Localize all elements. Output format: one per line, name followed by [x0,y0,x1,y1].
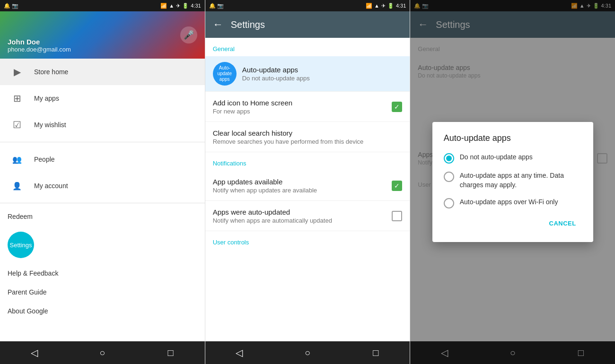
settings-bubble[interactable]: Settings [8,232,34,258]
nav-divider-2 [0,203,205,203]
auto-updated-title: Apps were auto-updated [213,208,388,216]
dialog-cancel-button[interactable]: CANCEL [544,216,582,231]
radio-outer-selected[interactable] [444,153,454,164]
back-button-1[interactable]: ◁ [20,341,48,364]
nav-item-my-apps[interactable]: ⊞ My apps [0,85,205,112]
status-bar-left-2: 🔔 📷 [209,3,224,9]
my-wishlist-icon: ☑ [8,119,26,130]
app-updates-subtitle: Notify when app updates are available [213,187,388,194]
settings-panel: 🔔 📷 📶 ▲ ✈ 🔋 4:31 ← Settings General Auto… [205,0,410,364]
status-bar-2: 🔔 📷 📶 ▲ ✈ 🔋 4:31 [205,0,410,11]
auto-update-dialog: Auto-update apps Do not auto-update apps… [432,122,593,242]
nav-item-help-feedback[interactable]: Help & Feedback [0,264,205,283]
add-icon-title: Add icon to Home screen [213,99,388,107]
settings-item-clear-history[interactable]: Clear local search history Remove search… [205,122,410,152]
status-bar-1: 🔔 📷 📶 ▲ ✈ 🔋 4:31 [0,0,205,11]
wifi-icon-2: ▲ [374,3,379,9]
nav-item-parent-guide[interactable]: Parent Guide [0,283,205,302]
add-icon-control[interactable]: ✓ [392,102,402,112]
nav-item-about-google[interactable]: About Google [0,302,205,321]
status-bar-right-2: 📶 ▲ ✈ 🔋 4:31 [366,3,406,9]
dialog-title: Auto-update apps [444,133,582,143]
navigation-drawer: 🔔 📷 📶 ▲ ✈ 🔋 4:31 🎤 John Doe phone.doe@gm… [0,0,205,364]
recents-button-2[interactable]: □ [361,341,390,364]
auto-update-title: Auto-update apps [242,66,403,74]
checkbox-app-updates[interactable]: ✓ [392,181,402,191]
home-button-2[interactable]: ○ [293,341,322,364]
clear-history-content: Clear local search history Remove search… [213,129,403,145]
settings-title: Settings [231,19,265,30]
user-controls-section-header: User controls [205,231,410,250]
time-display-1: 4:31 [191,3,201,9]
my-apps-icon: ⊞ [8,93,26,104]
nav-item-redeem[interactable]: Redeem [0,207,205,226]
settings-content: General Auto-updateapps Auto-update apps… [205,38,410,341]
active-circle: Auto-updateapps [213,62,237,86]
people-icon: 👥 [8,155,26,164]
recents-button-1[interactable]: □ [157,341,185,364]
nav-divider-1 [0,142,205,142]
drawer-nav: ▶ Store home ⊞ My apps ☑ My wishlist 👥 P… [0,59,205,341]
back-arrow[interactable]: ← [213,18,223,31]
battery-icon-2: 🔋 [387,3,394,9]
airplane-icon-2: ✈ [381,3,386,9]
notification-icons-2: 🔔 📷 [209,3,224,9]
clear-history-title: Clear local search history [213,129,403,137]
auto-update-subtitle: Do not auto-update apps [242,75,403,82]
settings-toolbar: ← Settings [205,11,410,38]
bottom-nav-1: ◁ ○ □ [0,341,205,364]
radio-outer-3[interactable] [444,198,454,208]
radio-item-auto-update-wifi[interactable]: Auto-update apps over Wi-Fi only [444,198,582,208]
auto-updated-subtitle: Notify when apps are automatically updat… [213,217,388,224]
add-icon-subtitle: For new apps [213,108,388,115]
drawer-header: 🎤 John Doe phone.doe@gmail.com [0,11,205,59]
user-name: John Doe [8,38,197,46]
dialog-overlay[interactable]: Auto-update apps Do not auto-update apps… [410,0,615,364]
radio-label-auto-update-any-time: Auto-update apps at any time. Data charg… [460,171,582,190]
clear-history-subtitle: Remove searches you have performed from … [213,138,403,145]
checkbox-add-icon[interactable]: ✓ [392,102,402,112]
wifi-icon: ▲ [169,3,174,9]
radio-outer-2[interactable] [444,172,454,182]
radio-item-do-not-auto-update[interactable]: Do not auto-update apps [444,153,582,164]
nav-label-people: People [34,156,55,163]
nav-item-my-wishlist[interactable]: ☑ My wishlist [0,112,205,138]
user-email: phone.doe@gmail.com [8,46,197,53]
nav-label-store-home: Store home [34,68,68,76]
auto-updated-control[interactable] [392,211,402,221]
signal-icon: 📶 [160,3,167,9]
my-account-icon: 👤 [8,182,26,191]
status-bar-left-1: 🔔 📷 [4,3,18,9]
app-updates-content: App updates available Notify when app up… [213,178,388,194]
general-section-header: General [205,38,410,56]
settings-item-add-icon[interactable]: Add icon to Home screen For new apps ✓ [205,92,410,122]
active-circle-text: Auto-updateapps [215,63,234,84]
nav-label-my-apps: My apps [34,95,59,102]
settings-bubble-label: Settings [10,242,32,249]
settings-dialog-panel: 🔔 📷 📶 ▲ ✈ 🔋 4:31 ← Settings General Auto… [410,0,615,364]
battery-icon: 🔋 [182,3,189,9]
notification-icons: 🔔 📷 [4,3,18,9]
nav-label-my-account: My account [34,182,68,190]
settings-item-auto-update[interactable]: Auto-updateapps Auto-update apps Do not … [205,56,410,92]
auto-update-content: Auto-update apps Do not auto-update apps [242,66,403,82]
radio-item-auto-update-any-time[interactable]: Auto-update apps at any time. Data charg… [444,171,582,190]
radio-label-auto-update-wifi: Auto-update apps over Wi-Fi only [460,198,558,207]
settings-item-auto-updated[interactable]: Apps were auto-updated Notify when apps … [205,201,410,231]
app-updates-title: App updates available [213,178,388,186]
home-button-1[interactable]: ○ [88,341,116,364]
add-icon-content: Add icon to Home screen For new apps [213,99,388,115]
back-button-2[interactable]: ◁ [225,341,254,364]
radio-inner-selected [446,156,452,161]
radio-label-do-not-auto-update: Do not auto-update apps [460,153,533,162]
nav-item-my-account[interactable]: 👤 My account [0,173,205,199]
settings-item-app-updates[interactable]: App updates available Notify when app up… [205,171,410,201]
nav-item-store-home[interactable]: ▶ Store home [0,59,205,85]
checkbox-auto-updated[interactable] [392,211,402,221]
airplane-icon: ✈ [176,3,180,9]
dialog-actions: CANCEL [444,216,582,231]
auto-updated-content: Apps were auto-updated Notify when apps … [213,208,388,224]
nav-item-people[interactable]: 👥 People [0,146,205,173]
time-display-2: 4:31 [396,3,406,9]
app-updates-control[interactable]: ✓ [392,181,402,191]
